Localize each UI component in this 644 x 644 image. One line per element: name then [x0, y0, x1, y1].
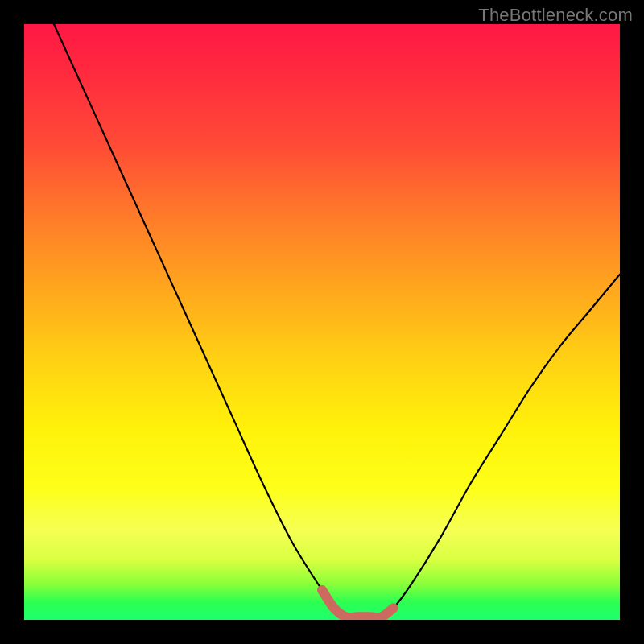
chart-frame: TheBottleneck.com	[0, 0, 644, 644]
plot-area	[24, 24, 620, 620]
bottleneck-curve	[54, 24, 620, 617]
optimal-band	[322, 590, 394, 617]
watermark-text: TheBottleneck.com	[478, 5, 633, 26]
curves-svg	[24, 24, 620, 620]
